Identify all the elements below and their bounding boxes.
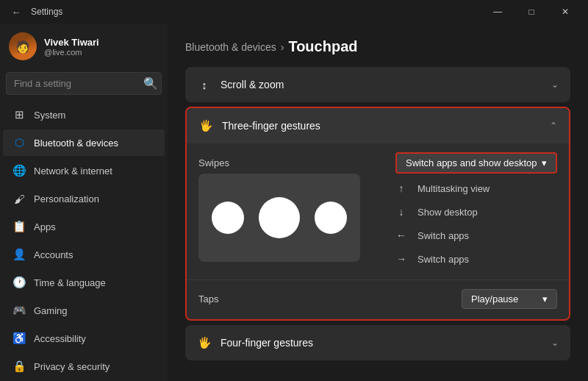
swipes-row: Swipes Switch apps and show desktop ▾: [187, 143, 569, 174]
breadcrumb-current: Touchpad: [288, 38, 357, 55]
accounts-icon: 👤: [12, 247, 26, 262]
system-icon: ⊞: [12, 107, 26, 122]
option-right-icon: →: [394, 253, 409, 265]
option-desktop[interactable]: ↓ Show desktop: [387, 200, 497, 224]
option-switch-right[interactable]: → Switch apps: [387, 247, 497, 271]
window-controls: — □ ✕: [481, 0, 582, 24]
avatar: 🧑: [9, 32, 37, 60]
gesture-dot-3: [315, 202, 347, 234]
option-label: Show desktop: [417, 207, 478, 218]
sidebar-item-label: Accounts: [34, 249, 73, 260]
privacy-icon: 🔒: [12, 359, 26, 374]
option-label: Switch apps: [417, 254, 469, 265]
sidebar-item-label: Apps: [34, 221, 56, 232]
accessibility-icon: ♿: [12, 331, 26, 346]
sidebar-item-accounts[interactable]: 👤 Accounts: [3, 241, 165, 268]
three-finger-header[interactable]: 🖐 Three-finger gestures ⌃: [187, 108, 569, 143]
sidebar-item-label: System: [34, 110, 65, 121]
sidebar-item-label: Bluetooth & devices: [34, 138, 118, 149]
taps-value: Play/pause: [471, 293, 518, 305]
maximize-button[interactable]: □: [514, 0, 548, 24]
sidebar: 🧑 Vivek Tiwari @live.com 🔍 ⊞ System ⬡ Bl…: [0, 24, 168, 381]
taps-dropdown-chevron: ▾: [542, 293, 548, 305]
scroll-zoom-chevron: ⌄: [551, 79, 559, 90]
network-icon: 🌐: [12, 163, 26, 178]
sidebar-item-network[interactable]: 🌐 Network & internet: [3, 157, 165, 184]
user-email: @live.com: [44, 48, 99, 57]
sidebar-item-apps[interactable]: 📋 Apps: [3, 213, 165, 240]
search-box[interactable]: 🔍: [6, 72, 162, 95]
scroll-zoom-icon: ↕: [197, 77, 212, 92]
content-area: Bluetooth & devices › Touchpad ↕ Scroll …: [168, 24, 588, 381]
four-finger-chevron: ⌄: [551, 338, 559, 348]
three-finger-label: Three-finger gestures: [222, 120, 320, 132]
sidebar-item-bluetooth[interactable]: ⬡ Bluetooth & devices: [3, 129, 165, 156]
sidebar-item-label: Gaming: [34, 305, 68, 316]
gaming-icon: 🎮: [12, 303, 26, 318]
swipe-options-list: ↑ Multitasking view ↓ Show desktop ← Swi…: [387, 174, 497, 271]
swipes-dropdown-chevron: ▾: [542, 157, 547, 168]
gesture-content: ↑ Multitasking view ↓ Show desktop ← Swi…: [187, 174, 569, 279]
taps-row: Taps Play/pause ▾: [187, 279, 569, 319]
personalization-icon: 🖌: [12, 191, 26, 206]
three-finger-section: 🖐 Three-finger gestures ⌃ Swipes Switch …: [185, 107, 570, 321]
sidebar-item-privacy[interactable]: 🔒 Privacy & security: [3, 353, 165, 380]
close-button[interactable]: ✕: [548, 0, 582, 24]
search-input[interactable]: [14, 78, 137, 89]
sidebar-item-gaming[interactable]: 🎮 Gaming: [3, 297, 165, 324]
app-title: Settings: [31, 7, 62, 17]
option-label: Switch apps: [417, 230, 469, 241]
sidebar-item-label: Privacy & security: [34, 361, 110, 372]
sidebar-item-personalization[interactable]: 🖌 Personalization: [3, 185, 165, 212]
four-finger-header[interactable]: 🖐 Four-finger gestures ⌄: [185, 325, 570, 360]
breadcrumb: Bluetooth & devices › Touchpad: [185, 38, 570, 55]
option-down-icon: ↓: [394, 206, 409, 218]
option-switch-left[interactable]: ← Switch apps: [387, 224, 497, 247]
sidebar-item-label: Time & language: [34, 277, 106, 288]
option-label: Multitasking view: [417, 183, 490, 194]
search-icon: 🔍: [143, 76, 158, 90]
option-multitasking[interactable]: ↑ Multitasking view: [387, 177, 497, 200]
sidebar-item-accessibility[interactable]: ♿ Accessibility: [3, 325, 165, 352]
sidebar-item-label: Personalization: [34, 193, 99, 204]
back-button[interactable]: ←: [6, 1, 26, 22]
option-left-icon: ←: [394, 229, 409, 241]
swipes-label: Swipes: [198, 157, 229, 168]
swipes-dropdown[interactable]: Switch apps and show desktop ▾: [395, 152, 557, 174]
user-section[interactable]: 🧑 Vivek Tiwari @live.com: [0, 24, 168, 69]
four-finger-section: 🖐 Four-finger gestures ⌄: [185, 325, 570, 360]
user-name: Vivek Tiwari: [44, 37, 99, 48]
gesture-dot-1: [212, 202, 244, 234]
title-bar: ← Settings — □ ✕: [0, 0, 588, 24]
three-finger-icon: 🖐: [198, 118, 213, 133]
breadcrumb-separator: ›: [281, 41, 284, 53]
scroll-zoom-header[interactable]: ↕ Scroll & zoom ⌄: [185, 67, 570, 102]
swipes-value: Switch apps and show desktop: [406, 157, 537, 168]
scroll-zoom-label: Scroll & zoom: [220, 79, 284, 90]
three-finger-chevron: ⌃: [550, 121, 557, 131]
four-finger-label: Four-finger gestures: [220, 337, 313, 349]
scroll-zoom-section: ↕ Scroll & zoom ⌄: [185, 67, 570, 102]
taps-dropdown[interactable]: Play/pause ▾: [462, 289, 557, 309]
time-icon: 🕐: [12, 275, 26, 290]
sidebar-item-time[interactable]: 🕐 Time & language: [3, 269, 165, 296]
four-finger-icon: 🖐: [197, 335, 212, 350]
sidebar-item-system[interactable]: ⊞ System: [3, 102, 165, 128]
main-layout: 🧑 Vivek Tiwari @live.com 🔍 ⊞ System ⬡ Bl…: [0, 24, 588, 381]
sidebar-item-label: Network & internet: [34, 165, 112, 177]
bluetooth-icon: ⬡: [12, 135, 26, 150]
minimize-button[interactable]: —: [481, 0, 514, 24]
taps-label: Taps: [198, 293, 218, 305]
apps-icon: 📋: [12, 219, 26, 234]
sidebar-item-label: Accessibility: [34, 333, 86, 344]
gesture-dot-2: [259, 197, 300, 238]
breadcrumb-parent[interactable]: Bluetooth & devices: [185, 41, 276, 53]
option-up-icon: ↑: [394, 182, 409, 194]
gesture-visual: [198, 174, 360, 262]
user-info: Vivek Tiwari @live.com: [44, 37, 99, 57]
